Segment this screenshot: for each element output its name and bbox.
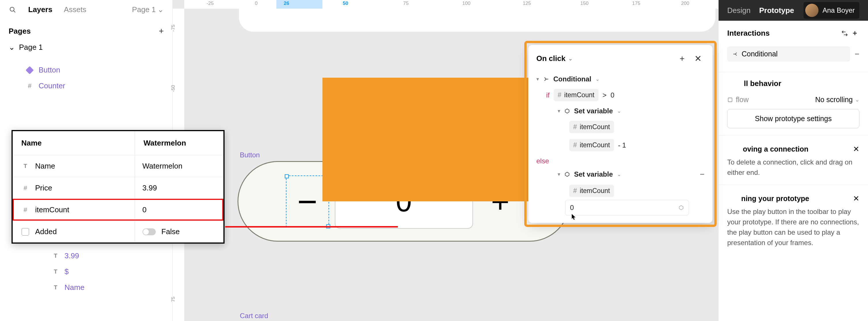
number-type-icon [21, 206, 29, 214]
component-label[interactable]: Button [238, 151, 260, 159]
component-label-cart[interactable]: Cart card [238, 312, 268, 320]
user-avatar[interactable]: Ana Boyer [804, 2, 859, 19]
text-icon [52, 284, 59, 291]
hash-icon [573, 187, 577, 195]
variable-chip[interactable]: itemCount [569, 139, 614, 151]
target-variable-row-else[interactable]: itemCount [536, 182, 705, 200]
conditional-icon [543, 76, 549, 82]
page-name: Page 1 [19, 43, 42, 52]
value-input-text: 0 [570, 204, 574, 212]
expression-row[interactable]: itemCount - 1 [536, 136, 705, 154]
tab-design[interactable]: Design [727, 6, 750, 15]
ruler-tick: 100 [462, 1, 470, 6]
show-prototype-settings-button[interactable]: Show prototype settings [727, 109, 859, 128]
number-type-icon [21, 184, 29, 192]
page-row[interactable]: ⌄ Page 1 [0, 39, 173, 55]
help-title: Running your prototype [727, 194, 809, 203]
target-variable-row[interactable]: itemCount [536, 118, 705, 136]
col-name-header: Name [13, 131, 135, 155]
ruler-tick: 175 [632, 1, 640, 6]
svg-marker-5 [679, 206, 683, 210]
component-label-text: Cart card [240, 312, 268, 320]
set-variable-row-else[interactable]: ▾ Set variable ⌄ − [536, 167, 705, 182]
variable-picker-icon[interactable] [678, 205, 684, 211]
var-row-itemcount[interactable]: itemCount 0 [13, 199, 223, 221]
if-condition-row[interactable]: if itemCount > 0 [536, 86, 705, 104]
collapse-caret-icon[interactable]: ▾ [536, 76, 539, 82]
hash-icon [573, 123, 577, 131]
avatar-image [805, 4, 818, 17]
value-input[interactable]: 0 [565, 200, 689, 215]
layer-text-currency[interactable]: $ [0, 264, 173, 280]
chevron-down-icon: ⌄ [595, 76, 600, 82]
annotation-line-red [225, 226, 398, 227]
tab-prototype[interactable]: Prototype [759, 6, 794, 15]
svg-line-1 [13, 11, 15, 12]
var-name: Added [35, 227, 57, 236]
set-variable-row-if[interactable]: ▾ Set variable ⌄ [536, 104, 705, 118]
layer-counter[interactable]: Counter [0, 78, 173, 94]
action-label: Set variable [574, 107, 613, 115]
remove-action-button[interactable]: − [700, 170, 705, 179]
var-row-added[interactable]: Added False [13, 221, 223, 243]
action-label: Set variable [574, 170, 613, 178]
layer-text-price[interactable]: 3.99 [0, 248, 173, 264]
ruler-tick: -50 [170, 85, 176, 92]
help-title: Removing a connection [727, 145, 808, 153]
layer-button[interactable]: Button [0, 62, 173, 78]
ruler-tick: 75 [403, 1, 409, 6]
ruler-tick: 50 [343, 1, 348, 6]
add-page-button[interactable]: + [159, 26, 164, 36]
svg-rect-6 [728, 98, 732, 102]
add-action-button[interactable]: + [677, 52, 687, 65]
text-icon [52, 268, 59, 276]
overflow-label: flow [727, 96, 748, 104]
swap-interaction-icon[interactable] [839, 29, 850, 38]
add-interaction-button[interactable]: + [850, 28, 859, 39]
dismiss-help-button[interactable]: ✕ [853, 194, 859, 203]
scroll-value: No scrolling [815, 96, 853, 104]
help-body: To delete a connection, click and drag o… [727, 157, 859, 178]
interaction-label: Conditional [742, 50, 778, 58]
ruler-tick: 125 [523, 1, 531, 6]
close-button[interactable]: ✕ [691, 52, 705, 65]
variable-name: itemCount [580, 123, 610, 131]
variable-name: itemCount [564, 91, 594, 99]
comparison-value: 0 [611, 91, 614, 99]
dismiss-help-button[interactable]: ✕ [853, 145, 859, 153]
pages-header-label: Pages [9, 27, 31, 36]
var-row-price[interactable]: Price 3.99 [13, 177, 223, 199]
collapse-caret-icon[interactable]: ▾ [558, 171, 560, 177]
variable-chip[interactable]: itemCount [569, 121, 614, 133]
page-switcher[interactable]: Page 1 ⌄ [132, 5, 164, 14]
hash-icon [558, 91, 561, 99]
scroll-behavior-dropdown[interactable]: No scrolling ⌄ [815, 96, 859, 104]
boolean-toggle[interactable] [143, 228, 156, 235]
chevron-down-icon: ⌄ [568, 56, 572, 62]
var-value: 0 [143, 205, 147, 214]
collapse-caret-icon[interactable]: ▾ [558, 108, 560, 114]
variable-chip[interactable]: itemCount [554, 89, 598, 101]
section-title: Interactions [727, 29, 770, 38]
interaction-details-popover: On click ⌄ + ✕ ▾ Conditional ⌄ if itemCo… [528, 45, 713, 223]
ruler-tick: 0 [255, 1, 257, 6]
layer-text-name[interactable]: Name [0, 280, 173, 295]
layer-label: Button [38, 66, 60, 74]
chevron-down-icon: ⌄ [157, 5, 164, 14]
tab-layers[interactable]: Layers [28, 5, 52, 14]
interaction-row-conditional[interactable]: Conditional − [727, 43, 859, 65]
component-label-text: Button [240, 151, 260, 159]
section-title: Scroll behavior [727, 79, 781, 88]
search-icon[interactable] [9, 6, 17, 14]
layer-label: Counter [38, 81, 65, 90]
variable-chip[interactable]: itemCount [569, 185, 614, 197]
scroll-behavior-section: Scroll behavior flow No scrolling ⌄ Show… [719, 72, 868, 136]
conditional-action-row[interactable]: ▾ Conditional ⌄ [536, 72, 705, 86]
tab-assets[interactable]: Assets [64, 5, 86, 14]
ruler-tick: -75 [170, 25, 176, 32]
help-removing-connection: Removing a connection ✕ To delete a conn… [719, 136, 868, 185]
var-row-name[interactable]: Name Watermelon [13, 155, 223, 177]
set-variable-icon [564, 171, 570, 177]
remove-interaction-button[interactable]: − [855, 49, 859, 59]
trigger-dropdown[interactable]: On click ⌄ [536, 54, 572, 63]
